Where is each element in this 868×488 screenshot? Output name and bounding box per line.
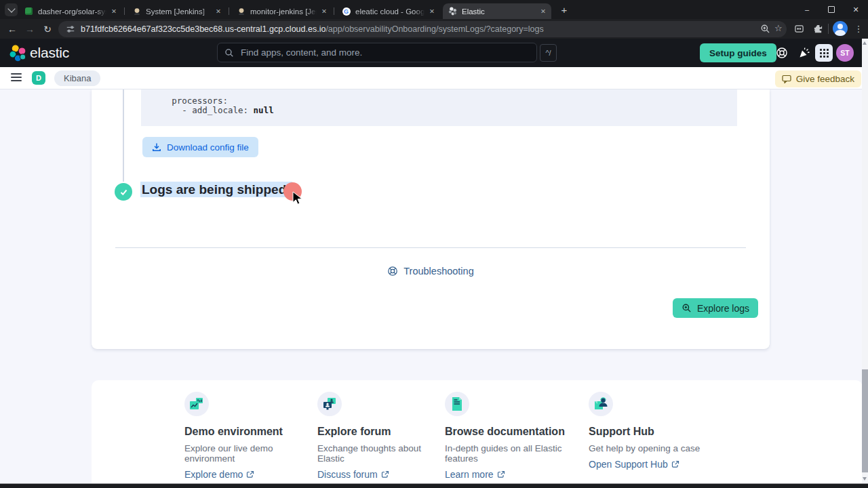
tab-strip: dasher-org/solar-system - sola ✕ System … (0, 0, 868, 19)
news-cheer-icon[interactable] (798, 47, 810, 62)
elastic-favicon-icon (448, 7, 457, 16)
tab-system-jenkins[interactable]: System [Jenkins] ✕ (127, 3, 226, 19)
tab-title: eleatic cloud - Google Search (355, 7, 425, 16)
explore-logs-label: Explore logs (697, 303, 749, 314)
footer-card-docs: Browse documentation In-depth guides on … (445, 380, 571, 480)
footer-card-title: Explore forum (317, 426, 443, 438)
life-ring-icon (387, 266, 398, 277)
browser-menu-icon[interactable]: ⋮ (852, 19, 865, 39)
side-panel-icon[interactable] (791, 19, 807, 39)
apps-menu-button[interactable] (815, 44, 833, 62)
url-path: /app/observabilityOnboarding/systemLogs/… (326, 24, 543, 34)
new-tab-button[interactable]: + (557, 3, 571, 16)
apps-grid-icon (820, 49, 829, 58)
scroll-down-icon[interactable] (863, 477, 867, 481)
vertical-scrollbar[interactable] (862, 39, 868, 483)
external-link-icon (497, 470, 505, 479)
discuss-forum-link[interactable]: Discuss forum (317, 469, 443, 480)
step-title-text: Logs are being shipped! (140, 182, 292, 197)
external-link-icon (671, 460, 679, 468)
close-window-button[interactable]: ✕ (844, 0, 868, 19)
give-feedback-label: Give feedback (796, 74, 854, 84)
tab-solar-system[interactable]: dasher-org/solar-system - sola ✕ (19, 3, 122, 19)
global-search-input[interactable] (239, 47, 536, 58)
user-avatar[interactable]: ST (836, 44, 854, 62)
reload-button[interactable]: ↻ (39, 19, 56, 39)
download-config-button[interactable]: Download config file (142, 137, 258, 157)
close-tab-icon[interactable]: ✕ (540, 7, 546, 15)
minimize-button[interactable]: – (795, 0, 819, 19)
google-favicon-icon: G (342, 7, 351, 16)
learn-more-link[interactable]: Learn more (445, 469, 571, 480)
explore-demo-link[interactable]: Explore demo (184, 469, 311, 480)
section-divider (115, 247, 746, 248)
tab-monitor-jenkins[interactable]: monitor-jenkins [Jenkins] ✕ (231, 3, 332, 19)
close-tab-icon[interactable]: ✕ (216, 7, 221, 15)
scroll-up-icon[interactable] (863, 41, 867, 45)
window-controls: – ✕ (795, 0, 868, 19)
breadcrumb[interactable]: Kibana (54, 70, 100, 86)
browser-window: dasher-org/solar-system - sola ✕ System … (0, 0, 868, 488)
footer-card-title: Browse documentation (445, 426, 571, 438)
troubleshooting-link[interactable]: Troubleshooting (92, 266, 770, 277)
tab-elastic-active[interactable]: Elastic ✕ (443, 3, 551, 19)
breadcrumb-bar: D Kibana Give feedback (0, 67, 868, 89)
code-keyword: null (254, 105, 274, 115)
tab-title: dasher-org/solar-system - sola (38, 7, 106, 16)
tab-title: System [Jenkins] (146, 7, 211, 16)
open-support-hub-link[interactable]: Open Support Hub (589, 459, 715, 470)
scrollbar-thumb[interactable] (862, 369, 868, 472)
setup-guides-button[interactable]: Setup guides (700, 43, 776, 62)
download-icon (152, 142, 161, 152)
step-complete-icon (115, 183, 132, 201)
step-title: Logs are being shipped! (140, 182, 292, 197)
site-info-icon[interactable] (66, 24, 75, 34)
help-footer: Demo environment Explore our live demo e… (92, 380, 863, 483)
onboarding-card: processors: - add_locale: null Download … (92, 89, 770, 349)
browser-toolbar: ← → ↻ b71fdfcb62664e67af323cc5de3bec68.u… (0, 19, 868, 39)
forward-button[interactable]: → (22, 19, 38, 39)
tab-divider (124, 7, 125, 15)
close-tab-icon[interactable]: ✕ (429, 7, 435, 15)
troubleshooting-label: Troubleshooting (403, 266, 473, 277)
tab-google-search[interactable]: G eleatic cloud - Google Search ✕ (336, 3, 440, 19)
menu-hamburger-icon[interactable] (11, 73, 22, 81)
footer-card-title: Demo environment (184, 426, 311, 438)
search-icon (224, 48, 234, 58)
toolbar-divider (828, 24, 829, 34)
download-config-label: Download config file (167, 142, 249, 152)
close-tab-icon[interactable]: ✕ (321, 7, 327, 15)
extensions-puzzle-icon[interactable] (810, 19, 826, 39)
give-feedback-button[interactable]: Give feedback (775, 70, 861, 87)
elastic-logo-icon[interactable] (9, 44, 26, 64)
space-badge[interactable]: D (32, 71, 45, 85)
tab-search-button[interactable] (5, 3, 18, 16)
help-icon[interactable] (776, 47, 788, 62)
footer-card-support: Support Hub Get help by opening a case O… (589, 380, 715, 470)
tab-title: Elastic (462, 7, 536, 16)
site-favicon-icon (24, 7, 33, 16)
footer-card-description: In-depth guides on all Elastic features (445, 443, 571, 464)
tab-divider (334, 7, 334, 15)
footer-link-label: Explore demo (184, 469, 243, 480)
profile-avatar[interactable] (833, 21, 848, 36)
tab-divider (229, 7, 229, 15)
footer-card-forum: Explore forum Exchange thoughts about El… (317, 380, 443, 480)
zoom-icon[interactable] (760, 24, 770, 36)
explore-logs-button[interactable]: Explore logs (673, 298, 758, 318)
config-code-block: processors: - add_locale: null (141, 89, 737, 126)
step-connector-line (123, 89, 124, 182)
browse-documentation-icon (445, 392, 469, 416)
back-button[interactable]: ← (4, 19, 20, 39)
magnifier-plus-icon (682, 303, 692, 313)
restore-button[interactable] (819, 0, 844, 19)
address-bar[interactable]: b71fdfcb62664e67af323cc5de3bec68.us-cent… (58, 21, 787, 37)
bookmark-star-icon[interactable]: ☆ (774, 23, 783, 33)
footer-card-demo: Demo environment Explore our live demo e… (184, 380, 311, 480)
support-hub-icon (589, 392, 613, 416)
close-tab-icon[interactable]: ✕ (111, 7, 117, 15)
footer-link-label: Learn more (445, 469, 494, 480)
external-link-icon (381, 470, 389, 479)
global-search[interactable] (217, 43, 537, 62)
jenkins-favicon-icon (237, 7, 245, 16)
